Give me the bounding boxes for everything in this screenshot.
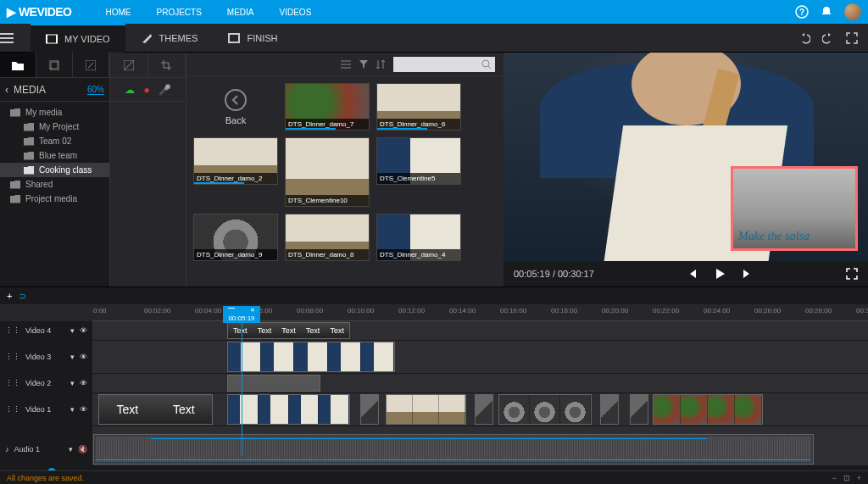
video-clip[interactable] — [227, 394, 350, 425]
ruler-tick: 00:02:00 — [144, 307, 170, 314]
video-clip[interactable] — [498, 394, 592, 425]
mic-icon[interactable]: 🎤 — [159, 84, 171, 96]
media-thumb[interactable]: DTS_Dinner_damo_2 — [193, 137, 278, 185]
ruler-tick: 00:10:00 — [348, 307, 374, 314]
redo-icon[interactable] — [822, 32, 834, 44]
nav-media[interactable]: MEDIA — [227, 8, 254, 17]
preview-viewport[interactable]: Make the salsa — [504, 53, 868, 261]
folder-icon — [24, 123, 34, 131]
track-video3: ⋮⋮Video 3▾👁 — [0, 341, 868, 374]
library-grid: BackDTS_Dinner_damo_7DTS_Dinner_damo_6DT… — [186, 76, 504, 287]
prev-icon[interactable] — [686, 268, 698, 280]
bell-icon[interactable] — [821, 6, 832, 18]
folder-icon — [24, 137, 34, 146]
tree-item[interactable]: Cooking class — [0, 163, 109, 177]
nav-videos[interactable]: VIDEOS — [280, 8, 312, 17]
folder-icon — [24, 152, 34, 160]
text-clip[interactable]: TextTextTextTextText — [227, 322, 350, 339]
video-clip[interactable] — [386, 394, 466, 425]
folder-icon — [10, 181, 20, 189]
audio-clip[interactable] — [93, 434, 814, 465]
library: BackDTS_Dinner_damo_7DTS_Dinner_damo_6DT… — [186, 53, 504, 287]
ruler-tick: 00:12:00 — [398, 307, 425, 314]
tab-themes[interactable]: THEMES — [125, 24, 214, 53]
folder-tree: My mediaMy ProjectTeam 02Blue teamCookin… — [0, 102, 109, 209]
folder-icon — [10, 195, 20, 203]
tree-item[interactable]: Project media — [0, 192, 109, 206]
logo[interactable]: ▶ WEVIDEO — [7, 5, 72, 19]
search-input[interactable] — [393, 57, 495, 72]
avatar[interactable] — [844, 3, 861, 20]
ruler[interactable]: 00:05:19 0:0000:02:0000:04:0000:06:0000:… — [93, 304, 868, 321]
expand-icon[interactable] — [846, 268, 858, 280]
media-thumb[interactable]: DTS_Dinner_damo_4 — [376, 214, 461, 261]
help-icon[interactable]: ? — [795, 5, 809, 19]
tree-item[interactable]: Team 02 — [0, 134, 109, 148]
menu-icon[interactable] — [0, 33, 31, 43]
text-clip[interactable]: TextText — [98, 394, 213, 425]
next-icon[interactable] — [742, 268, 754, 280]
transition-clip[interactable] — [600, 394, 619, 425]
record-icon[interactable]: ● — [143, 84, 149, 96]
play-icon[interactable] — [713, 267, 726, 281]
list-view-icon[interactable] — [341, 60, 351, 69]
video-clip[interactable] — [653, 394, 763, 425]
ruler-tick: 00:26:00 — [754, 307, 781, 314]
video-clip[interactable] — [227, 342, 395, 372]
drag-icon[interactable]: ⋮⋮ — [5, 326, 20, 335]
upload-pct: 60% — [87, 85, 104, 95]
add-track-icon[interactable]: + — [7, 291, 12, 301]
media-thumb[interactable]: DTS_Clementine10 — [285, 137, 370, 207]
status-bar: All changes are saved. − ⊡ + — [0, 470, 868, 484]
zoom-out-icon[interactable]: − — [832, 474, 836, 482]
preview-controls: 00:05:19 / 00:30:17 — [504, 261, 868, 287]
tool-folder[interactable] — [0, 53, 36, 77]
svg-rect-4 — [56, 35, 58, 43]
media-title: MEDIA — [14, 84, 46, 96]
ruler-tick: 00:24:00 — [704, 307, 730, 314]
transition-clip[interactable] — [360, 394, 379, 425]
nav-projects[interactable]: PROJECTS — [157, 8, 202, 17]
tool-edit[interactable] — [73, 53, 109, 77]
tool-library[interactable] — [36, 53, 73, 77]
tree-item[interactable]: Shared — [0, 177, 109, 192]
fullscreen-icon[interactable] — [846, 32, 858, 44]
track-video2: ⋮⋮Video 2▾👁 — [0, 374, 868, 393]
nav-home[interactable]: HOME — [106, 8, 131, 17]
zoom-fit-icon[interactable]: ⊡ — [843, 474, 850, 482]
zoom-controls: − ⊡ + — [832, 474, 861, 482]
folder-icon — [24, 166, 34, 175]
tool-transform[interactable] — [110, 53, 148, 77]
sidebar-ext: ☁ ● 🎤 — [110, 53, 186, 287]
media-thumb[interactable]: DTS_Dinner_damo_8 — [285, 214, 370, 261]
undo-icon[interactable] — [798, 32, 810, 44]
upload-icon[interactable]: ☁ — [125, 84, 135, 96]
tab-finish[interactable]: FINISH — [213, 24, 292, 53]
transition-clip[interactable] — [475, 394, 493, 425]
magnet-icon[interactable]: ⊃ — [19, 291, 26, 302]
media-thumb[interactable]: DTS_Dinner_damo_6 — [376, 83, 461, 131]
tree-item[interactable]: My media — [0, 105, 109, 120]
tab-my-video[interactable]: MY VIDEO — [31, 24, 125, 53]
sort-icon[interactable] — [376, 60, 385, 69]
filter-icon[interactable] — [359, 60, 368, 69]
media-header: ‹ MEDIA 60% — [0, 78, 109, 102]
back-button[interactable]: Back — [193, 83, 278, 131]
tree-item[interactable]: My Project — [0, 120, 109, 134]
tree-item[interactable]: Blue team — [0, 148, 109, 163]
ruler-tick: 00:20:00 — [602, 307, 628, 314]
status-text: All changes are saved. — [7, 474, 84, 482]
chevron-left-icon[interactable]: ‹ — [5, 84, 8, 96]
playhead[interactable]: 00:05:19 — [242, 321, 242, 456]
media-thumb[interactable]: DTS_Dinner_damo_9 — [193, 214, 278, 261]
playhead-handle[interactable]: 00:05:19 — [223, 306, 260, 323]
tool-crop[interactable] — [148, 53, 186, 77]
transition-clip[interactable] — [630, 394, 648, 425]
nav-links: HOME PROJECTS MEDIA VIDEOS — [106, 8, 312, 17]
zoom-in-icon[interactable]: + — [857, 474, 861, 482]
ruler-tick: 00:16:00 — [500, 307, 526, 314]
media-thumb[interactable]: DTS_Dinner_damo_7 — [285, 83, 370, 131]
top-bar: ▶ WEVIDEO HOME PROJECTS MEDIA VIDEOS ? — [0, 0, 868, 24]
media-thumb[interactable]: DTS_Clementine5 — [376, 137, 461, 185]
ruler-tick: 00:08:00 — [297, 307, 323, 314]
